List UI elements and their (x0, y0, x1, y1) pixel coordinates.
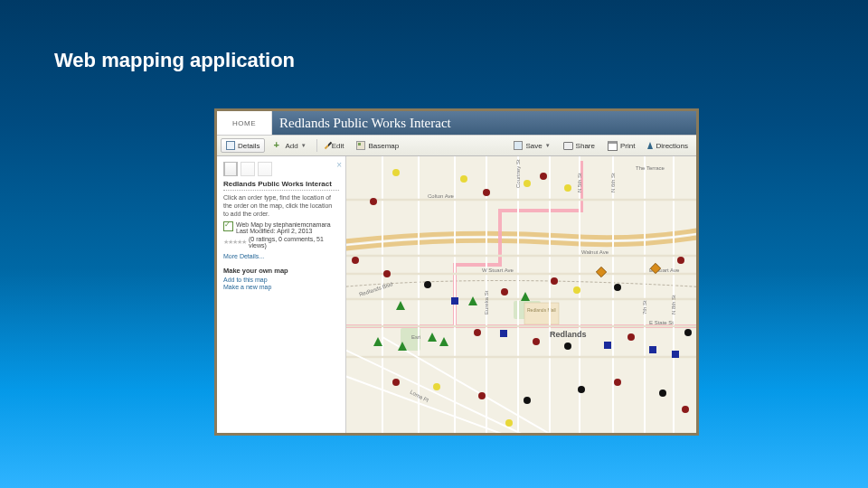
home-link[interactable]: HOME (217, 111, 272, 135)
svg-text:E State St: E State St (649, 320, 674, 325)
svg-point-20 (483, 189, 490, 196)
check-icon (223, 221, 233, 231)
svg-rect-2 (524, 303, 559, 324)
svg-point-44 (533, 338, 540, 345)
save-label: Save (525, 142, 542, 150)
basemap-icon (356, 141, 365, 150)
esri-label: Esri (411, 334, 420, 340)
svg-text:7th St: 7th St (642, 300, 647, 314)
print-label: Print (620, 142, 635, 150)
ratings-text: (0 ratings, 0 comments, 51 views) (249, 236, 339, 249)
svg-point-56 (614, 379, 621, 386)
print-button[interactable]: Print (603, 139, 639, 153)
svg-text:W Stuart Ave: W Stuart Ave (482, 267, 514, 273)
add-label: Add (285, 142, 297, 150)
chevron-down-icon: ▼ (301, 143, 307, 148)
modified-line: Last Modified: April 2, 2013 (236, 228, 331, 234)
directions-label: Directions (656, 142, 688, 150)
save-icon (514, 141, 523, 150)
plus-icon: + (273, 141, 282, 150)
svg-marker-29 (468, 296, 477, 305)
basemap-label: Basemap (368, 142, 399, 150)
svg-point-24 (352, 257, 359, 264)
details-icon (226, 141, 235, 150)
svg-point-17 (392, 169, 400, 176)
svg-point-18 (370, 198, 377, 205)
svg-point-19 (460, 175, 467, 183)
svg-point-26 (424, 281, 431, 288)
sidebar-subheading: Make your own map (223, 267, 339, 275)
svg-rect-49 (672, 351, 679, 358)
print-icon (608, 141, 618, 151)
svg-text:Redlands Blvd: Redlands Blvd (358, 281, 393, 297)
svg-point-47 (627, 333, 635, 341)
svg-text:The Terrace: The Terrace (636, 165, 665, 171)
svg-point-37 (677, 257, 684, 264)
svg-point-30 (501, 288, 508, 296)
content-tab-icon[interactable] (241, 162, 255, 176)
details-button[interactable]: Details (221, 138, 265, 153)
close-icon[interactable]: × (336, 160, 342, 170)
svg-marker-38 (373, 337, 382, 346)
svg-text:N 8th St: N 8th St (671, 295, 676, 314)
svg-text:Eureka St: Eureka St (484, 290, 489, 314)
share-button[interactable]: Share (559, 140, 599, 152)
svg-marker-27 (396, 301, 405, 310)
svg-point-45 (564, 343, 571, 350)
share-label: Share (576, 142, 595, 150)
separator (316, 139, 317, 152)
add-button[interactable]: + Add ▼ (269, 139, 310, 152)
rating-stars-icon: ★★★★★ (223, 239, 246, 246)
svg-text:Colton Ave: Colton Ave (428, 193, 455, 199)
svg-point-52 (433, 383, 440, 390)
svg-point-32 (551, 277, 558, 285)
svg-point-25 (383, 270, 391, 277)
svg-point-55 (578, 386, 585, 393)
share-icon (563, 142, 573, 150)
toolbar: Details + Add ▼ Edit Basemap Save ▼ Shar… (217, 136, 696, 156)
app-window: HOME Redlands Public Works Interact Deta… (214, 108, 699, 436)
sidebar-description: Click an order type, find the location o… (223, 194, 339, 218)
sidebar-title: Redlands Public Works Interact (223, 180, 339, 191)
directions-button[interactable]: Directions (643, 140, 693, 152)
svg-point-23 (564, 184, 571, 192)
titlebar: HOME Redlands Public Works Interact (217, 111, 696, 136)
svg-text:N 5th St: N 5th St (577, 173, 582, 192)
svg-text:Courtney St: Courtney St (515, 159, 521, 188)
svg-text:N 6th St: N 6th St (610, 173, 616, 192)
svg-point-59 (505, 419, 513, 427)
new-map-link[interactable]: Make a new map (223, 284, 339, 290)
svg-point-35 (614, 284, 621, 291)
add-to-map-link[interactable]: Add to this map (223, 277, 339, 283)
edit-button[interactable]: Edit (323, 139, 349, 152)
svg-point-57 (659, 389, 666, 397)
directions-icon (647, 142, 653, 149)
svg-point-33 (573, 286, 580, 294)
pencil-icon (324, 142, 331, 149)
edit-label: Edit (332, 142, 344, 150)
save-button[interactable]: Save ▼ (509, 139, 554, 152)
more-details-link[interactable]: More Details... (223, 253, 339, 259)
about-tab-icon[interactable] (223, 162, 238, 176)
svg-point-54 (524, 397, 531, 404)
svg-point-21 (524, 180, 531, 187)
svg-point-22 (540, 173, 547, 180)
svg-marker-31 (521, 292, 530, 301)
svg-point-42 (474, 329, 481, 336)
basemap-button[interactable]: Basemap (352, 139, 403, 152)
details-label: Details (238, 142, 259, 150)
svg-point-51 (392, 379, 400, 386)
map-canvas[interactable]: Redlands Mall (346, 156, 696, 433)
mall-label: Redlands Mall (527, 307, 556, 313)
svg-rect-28 (451, 297, 458, 305)
svg-rect-43 (500, 330, 507, 337)
chevron-down-icon: ▼ (545, 143, 551, 148)
author-line: Web Map by stephaniemcnamara (236, 221, 331, 228)
svg-rect-48 (649, 346, 656, 353)
slide-title: Web mapping application (54, 49, 295, 72)
legend-tab-icon[interactable] (258, 162, 272, 176)
svg-marker-40 (428, 333, 437, 342)
city-label: Redlands (550, 330, 587, 339)
svg-rect-46 (604, 342, 611, 349)
app-title: Redlands Public Works Interact (272, 111, 696, 135)
